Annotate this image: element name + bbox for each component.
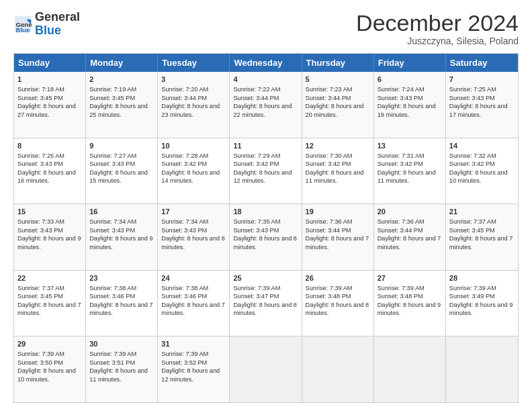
cell-info: Sunrise: 7:28 AMSunset: 3:42 PMDaylight:… [161, 152, 220, 184]
subtitle: Juszczyna, Silesia, Poland [356, 36, 519, 46]
cell-info: Sunrise: 7:34 AMSunset: 3:43 PMDaylight:… [89, 218, 153, 250]
cell-info: Sunrise: 7:24 AMSunset: 3:43 PMDaylight:… [378, 86, 436, 118]
cal-cell: 10Sunrise: 7:28 AMSunset: 3:42 PMDayligh… [158, 138, 230, 204]
cal-header-sunday: Sunday [14, 54, 86, 72]
cell-info: Sunrise: 7:33 AMSunset: 3:43 PMDaylight:… [17, 218, 81, 250]
day-number: 17 [161, 207, 226, 217]
cal-cell: 7Sunrise: 7:25 AMSunset: 3:43 PMDaylight… [446, 72, 518, 138]
day-number: 28 [449, 273, 515, 283]
cell-info: Sunrise: 7:39 AMSunset: 3:48 PMDaylight:… [378, 285, 441, 316]
cell-info: Sunrise: 7:26 AMSunset: 3:43 PMDaylight:… [17, 152, 76, 184]
cell-info: Sunrise: 7:39 AMSunset: 3:48 PMDaylight:… [306, 285, 369, 316]
cal-cell: 16Sunrise: 7:34 AMSunset: 3:43 PMDayligh… [86, 204, 158, 270]
cal-cell: 8Sunrise: 7:26 AMSunset: 3:43 PMDaylight… [14, 138, 86, 204]
cell-info: Sunrise: 7:23 AMSunset: 3:44 PMDaylight:… [306, 86, 364, 118]
cal-cell: 27Sunrise: 7:39 AMSunset: 3:48 PMDayligh… [374, 271, 446, 336]
cal-header-thursday: Thursday [302, 54, 374, 72]
cal-cell: 9Sunrise: 7:27 AMSunset: 3:43 PMDaylight… [86, 138, 158, 204]
cal-header-monday: Monday [86, 54, 158, 72]
cal-header-wednesday: Wednesday [230, 54, 302, 72]
cell-info: Sunrise: 7:38 AMSunset: 3:46 PMDaylight:… [161, 285, 225, 316]
cal-week-row: 29Sunrise: 7:39 AMSunset: 3:50 PMDayligh… [14, 336, 518, 402]
page: General Blue General Blue December 2024 … [0, 0, 532, 411]
day-number: 31 [161, 339, 226, 349]
day-number: 13 [378, 141, 442, 151]
cal-cell [374, 336, 446, 402]
logo-icon: General Blue [13, 15, 32, 34]
calendar-body: 1Sunrise: 7:18 AMSunset: 3:45 PMDaylight… [14, 72, 518, 402]
cell-info: Sunrise: 7:39 AMSunset: 3:49 PMDaylight:… [449, 285, 513, 316]
title-block: December 2024 Juszczyna, Silesia, Poland [356, 11, 519, 46]
cell-info: Sunrise: 7:25 AMSunset: 3:43 PMDaylight:… [449, 86, 508, 118]
main-title: December 2024 [356, 11, 519, 36]
cal-cell: 4Sunrise: 7:22 AMSunset: 3:44 PMDaylight… [230, 72, 302, 138]
cell-info: Sunrise: 7:39 AMSunset: 3:52 PMDaylight:… [161, 351, 220, 382]
cal-cell: 6Sunrise: 7:24 AMSunset: 3:43 PMDaylight… [374, 72, 446, 138]
day-number: 26 [306, 273, 370, 283]
day-number: 27 [378, 273, 442, 283]
cal-cell [446, 336, 518, 402]
cal-cell: 13Sunrise: 7:31 AMSunset: 3:42 PMDayligh… [374, 138, 446, 204]
cal-cell: 12Sunrise: 7:30 AMSunset: 3:42 PMDayligh… [302, 138, 374, 204]
cal-header-saturday: Saturday [446, 54, 518, 72]
calendar-header-row: SundayMondayTuesdayWednesdayThursdayFrid… [14, 54, 518, 72]
day-number: 1 [17, 75, 82, 85]
day-number: 11 [233, 141, 298, 151]
day-number: 4 [233, 75, 298, 85]
cell-info: Sunrise: 7:27 AMSunset: 3:43 PMDaylight:… [89, 152, 148, 184]
day-number: 19 [306, 207, 370, 217]
cell-info: Sunrise: 7:36 AMSunset: 3:44 PMDaylight:… [378, 218, 441, 250]
cal-cell: 21Sunrise: 7:37 AMSunset: 3:45 PMDayligh… [446, 204, 518, 270]
day-number: 29 [17, 339, 82, 349]
day-number: 25 [233, 273, 298, 283]
calendar: SundayMondayTuesdayWednesdayThursdayFrid… [13, 53, 519, 403]
cal-cell: 26Sunrise: 7:39 AMSunset: 3:48 PMDayligh… [302, 271, 374, 336]
cal-cell: 11Sunrise: 7:29 AMSunset: 3:42 PMDayligh… [230, 138, 302, 204]
cell-info: Sunrise: 7:29 AMSunset: 3:42 PMDaylight:… [233, 152, 292, 184]
cell-info: Sunrise: 7:32 AMSunset: 3:42 PMDaylight:… [449, 152, 508, 184]
cal-cell [230, 336, 302, 402]
day-number: 2 [89, 75, 154, 85]
cell-info: Sunrise: 7:18 AMSunset: 3:45 PMDaylight:… [17, 86, 76, 118]
day-number: 3 [161, 75, 226, 85]
cal-cell: 22Sunrise: 7:37 AMSunset: 3:45 PMDayligh… [14, 271, 86, 336]
cal-cell: 14Sunrise: 7:32 AMSunset: 3:42 PMDayligh… [446, 138, 518, 204]
day-number: 21 [449, 207, 515, 217]
cal-week-row: 22Sunrise: 7:37 AMSunset: 3:45 PMDayligh… [14, 271, 518, 337]
day-number: 22 [17, 273, 82, 283]
cal-cell: 3Sunrise: 7:20 AMSunset: 3:44 PMDaylight… [158, 72, 230, 138]
cal-cell: 24Sunrise: 7:38 AMSunset: 3:46 PMDayligh… [158, 271, 230, 336]
day-number: 16 [89, 207, 154, 217]
cal-cell: 25Sunrise: 7:39 AMSunset: 3:47 PMDayligh… [230, 271, 302, 336]
cal-cell: 5Sunrise: 7:23 AMSunset: 3:44 PMDaylight… [302, 72, 374, 138]
cal-cell: 20Sunrise: 7:36 AMSunset: 3:44 PMDayligh… [374, 204, 446, 270]
cal-week-row: 8Sunrise: 7:26 AMSunset: 3:43 PMDaylight… [14, 138, 518, 205]
cell-info: Sunrise: 7:39 AMSunset: 3:50 PMDaylight:… [17, 351, 76, 382]
logo: General Blue General Blue [13, 11, 80, 38]
cal-week-row: 1Sunrise: 7:18 AMSunset: 3:45 PMDaylight… [14, 72, 518, 138]
cal-header-tuesday: Tuesday [158, 54, 230, 72]
day-number: 9 [89, 141, 154, 151]
cal-cell: 2Sunrise: 7:19 AMSunset: 3:45 PMDaylight… [86, 72, 158, 138]
cal-week-row: 15Sunrise: 7:33 AMSunset: 3:43 PMDayligh… [14, 204, 518, 271]
day-number: 15 [17, 207, 82, 217]
svg-text:Blue: Blue [16, 26, 30, 34]
cell-info: Sunrise: 7:30 AMSunset: 3:42 PMDaylight:… [306, 152, 364, 184]
cell-info: Sunrise: 7:38 AMSunset: 3:46 PMDaylight:… [89, 285, 153, 316]
cal-cell: 30Sunrise: 7:39 AMSunset: 3:51 PMDayligh… [86, 336, 158, 402]
day-number: 23 [89, 273, 154, 283]
day-number: 30 [89, 339, 154, 349]
day-number: 10 [161, 141, 226, 151]
day-number: 8 [17, 141, 82, 151]
cal-cell: 1Sunrise: 7:18 AMSunset: 3:45 PMDaylight… [14, 72, 86, 138]
cal-cell: 19Sunrise: 7:36 AMSunset: 3:44 PMDayligh… [302, 204, 374, 270]
cal-cell: 15Sunrise: 7:33 AMSunset: 3:43 PMDayligh… [14, 204, 86, 270]
cal-cell: 18Sunrise: 7:35 AMSunset: 3:43 PMDayligh… [230, 204, 302, 270]
cell-info: Sunrise: 7:22 AMSunset: 3:44 PMDaylight:… [233, 86, 292, 118]
day-number: 18 [233, 207, 298, 217]
day-number: 5 [306, 75, 370, 85]
day-number: 7 [449, 75, 515, 85]
cal-cell: 31Sunrise: 7:39 AMSunset: 3:52 PMDayligh… [158, 336, 230, 402]
cal-cell: 29Sunrise: 7:39 AMSunset: 3:50 PMDayligh… [14, 336, 86, 402]
cal-cell [302, 336, 374, 402]
